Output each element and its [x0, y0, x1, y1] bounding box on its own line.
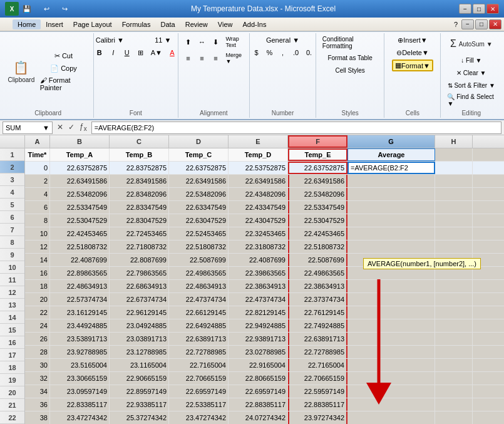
cell-e6[interactable]: 22.43047529: [229, 214, 288, 227]
cell-h16[interactable]: [435, 346, 473, 358]
cell-h7[interactable]: [435, 227, 473, 240]
cell-a3[interactable]: 2: [25, 175, 50, 187]
cell-c21[interactable]: 25.37274342: [110, 411, 169, 424]
cell-d6[interactable]: 22.63047529: [169, 214, 229, 227]
cell-f7[interactable]: 22.42453465: [288, 227, 347, 240]
fill-button[interactable]: ↓ Fill ▼: [458, 54, 484, 66]
cell-f10[interactable]: 22.49863565: [288, 267, 347, 279]
cell-h12[interactable]: [435, 293, 473, 306]
cell-g15[interactable]: [347, 333, 435, 345]
cell-g2-active[interactable]: =AVERAGE(B2:F2: [347, 162, 435, 174]
cell-c17[interactable]: 23.1165004: [110, 359, 169, 371]
cell-g3[interactable]: [347, 175, 435, 187]
cell-g5[interactable]: [347, 201, 435, 214]
cell-a13[interactable]: 22: [25, 306, 50, 319]
cell-d1[interactable]: Temp_C: [169, 148, 229, 161]
cell-g20[interactable]: [347, 398, 435, 411]
cell-f9[interactable]: 22.5087699: [288, 254, 347, 266]
excel-restore-button[interactable]: □: [475, 19, 488, 29]
cell-e10[interactable]: 22.39863565: [229, 267, 288, 279]
cell-g8[interactable]: [347, 240, 435, 253]
cell-c7[interactable]: 22.72453465: [110, 227, 169, 240]
row-header-9[interactable]: 9: [0, 249, 24, 261]
cell-c3[interactable]: 22.83491586: [110, 175, 169, 187]
cell-h1[interactable]: [435, 148, 473, 161]
tab-page-layout[interactable]: Page Layout: [68, 19, 117, 29]
cell-g4[interactable]: [347, 188, 435, 200]
cell-b12[interactable]: 22.57374734: [50, 293, 110, 306]
cell-d10[interactable]: 22.49863565: [169, 267, 229, 279]
cell-f5[interactable]: 22.53347549: [288, 201, 347, 214]
menu-file[interactable]: [3, 23, 13, 26]
cancel-formula-button[interactable]: ✕: [55, 123, 65, 132]
cell-h19[interactable]: [435, 385, 473, 398]
cell-f4[interactable]: 22.53482096: [288, 188, 347, 200]
cell-c5[interactable]: 22.83347549: [110, 201, 169, 214]
cell-f18[interactable]: 22.70665159: [288, 372, 347, 385]
cell-e19[interactable]: 22.69597149: [229, 385, 288, 398]
cell-h8[interactable]: [435, 240, 473, 253]
cell-h17[interactable]: [435, 359, 473, 371]
cell-d11[interactable]: 22.48634913: [169, 280, 229, 292]
cell-styles-button[interactable]: Cell Styles: [333, 65, 368, 76]
cell-d5[interactable]: 22.63347549: [169, 201, 229, 214]
cell-h4[interactable]: [435, 188, 473, 200]
cell-c8[interactable]: 22.71808732: [110, 240, 169, 253]
row-header-14[interactable]: 14: [0, 311, 24, 324]
formula-input[interactable]: =AVERAGE(B2:F2): [91, 122, 501, 134]
format-cells-button[interactable]: ▦ Format ▼: [392, 59, 433, 71]
row-header-20[interactable]: 20: [0, 386, 24, 399]
cell-h15[interactable]: [435, 333, 473, 345]
cell-b20[interactable]: 22.83385117: [50, 398, 110, 411]
cell-d2[interactable]: 22.63752875: [169, 162, 229, 174]
cell-h11[interactable]: [435, 280, 473, 292]
row-header-3[interactable]: 3: [0, 173, 24, 186]
row-header-17[interactable]: 17: [0, 349, 24, 361]
col-header-c[interactable]: C: [110, 135, 169, 148]
tab-review[interactable]: Review: [180, 19, 213, 29]
row-header-12[interactable]: 12: [0, 286, 24, 299]
cell-h9[interactable]: [435, 254, 473, 266]
cell-h6[interactable]: [435, 214, 473, 227]
cell-b21[interactable]: 23.47274342: [50, 411, 110, 424]
row-header-18[interactable]: 18: [0, 361, 24, 374]
cell-g18[interactable]: [347, 372, 435, 385]
cell-b11[interactable]: 22.48634913: [50, 280, 110, 292]
col-header-a[interactable]: A: [25, 135, 50, 148]
cell-f13[interactable]: 22.76129145: [288, 306, 347, 319]
cell-f19[interactable]: 22.59597149: [288, 385, 347, 398]
row-header-19[interactable]: 19: [0, 374, 24, 386]
cell-g12[interactable]: [347, 293, 435, 306]
cell-g14[interactable]: [347, 319, 435, 332]
format-as-table-button[interactable]: Format as Table: [325, 52, 375, 63]
cell-g19[interactable]: [347, 385, 435, 398]
cell-a10[interactable]: 16: [25, 267, 50, 279]
cell-c14[interactable]: 23.04924885: [110, 319, 169, 332]
cell-a17[interactable]: 30: [25, 359, 50, 371]
cell-c18[interactable]: 22.90665159: [110, 372, 169, 385]
app-close-button[interactable]: ✕: [486, 4, 499, 14]
cell-b18[interactable]: 23.30665159: [50, 372, 110, 385]
cell-f11[interactable]: 22.38634913: [288, 280, 347, 292]
cell-a16[interactable]: 28: [25, 346, 50, 358]
ribbon-help[interactable]: ?: [450, 19, 461, 29]
bold-button[interactable]: B: [93, 47, 106, 58]
cell-c12[interactable]: 22.67374734: [110, 293, 169, 306]
cell-h20[interactable]: [435, 398, 473, 411]
cell-c20[interactable]: 22.93385117: [110, 398, 169, 411]
cell-a14[interactable]: 24: [25, 319, 50, 332]
cell-c16[interactable]: 23.12788985: [110, 346, 169, 358]
excel-close-button[interactable]: ✕: [489, 19, 501, 29]
cell-g11[interactable]: [347, 280, 435, 292]
cell-b8[interactable]: 22.51808732: [50, 240, 110, 253]
cell-h14[interactable]: [435, 319, 473, 332]
cell-d9[interactable]: 22.5087699: [169, 254, 229, 266]
find-select-button[interactable]: 🔍 Find & Select ▼: [445, 92, 498, 108]
cell-e14[interactable]: 22.94924885: [229, 319, 288, 332]
cell-e21[interactable]: 24.07274342: [229, 411, 288, 424]
format-painter-button[interactable]: 🖌 Format Painter: [38, 75, 90, 93]
name-box-dropdown[interactable]: ▼: [43, 124, 49, 132]
cell-a9[interactable]: 14: [25, 254, 50, 266]
col-header-f[interactable]: F: [288, 135, 347, 148]
cell-d7[interactable]: 22.52453465: [169, 227, 229, 240]
